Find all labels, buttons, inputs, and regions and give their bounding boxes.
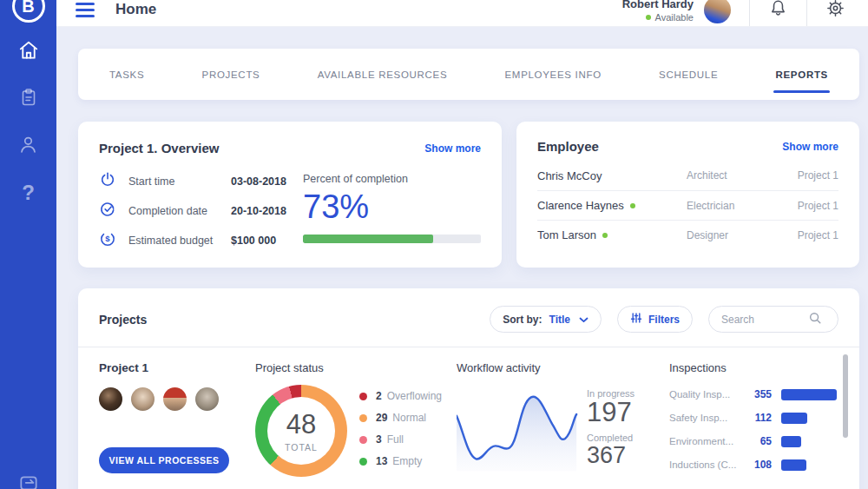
online-dot-icon — [646, 15, 651, 20]
person-icon — [17, 134, 39, 159]
avatar[interactable] — [131, 387, 155, 411]
employee-name: Clarence Haynes — [537, 199, 687, 212]
filters-icon — [630, 312, 642, 327]
employee-row[interactable]: Chris McCoy Architect Project 1 — [537, 161, 838, 190]
workflow-activity-title: Workflow activity — [457, 361, 669, 374]
tab-projects[interactable]: PROJECTS — [202, 69, 260, 80]
user-info: Robert Hardy Available — [622, 0, 694, 23]
workflow-line-chart — [457, 381, 578, 475]
header-divider — [806, 0, 807, 27]
projects-section-title: Projects — [99, 313, 147, 327]
completed-value: 367 — [587, 443, 635, 467]
completion-label: Percent of completion — [303, 173, 481, 185]
overview-row-completion-date: Completion date 20-10-2018 — [99, 201, 303, 221]
employee-row[interactable]: Tom Larson Designer Project 1 — [537, 220, 838, 249]
sort-by-dropdown[interactable]: Sort by: Title — [490, 306, 602, 333]
filters-button[interactable]: Filters — [617, 306, 693, 333]
scrollbar[interactable] — [843, 354, 848, 438]
chevron-down-icon — [579, 314, 589, 326]
filters-label: Filters — [648, 314, 680, 326]
app-logo[interactable]: B — [12, 0, 45, 23]
legend-dot-icon — [359, 458, 367, 466]
inspection-bar — [781, 436, 801, 447]
overview-row-value: 20-10-2018 — [231, 205, 286, 217]
employee-project: Project 1 — [798, 169, 838, 182]
project-status-donut: 48 TOTAL — [255, 385, 347, 477]
tab-employees-info[interactable]: EMPLOYEES INFO — [504, 69, 601, 80]
sidebar-item-help[interactable]: ? — [16, 181, 41, 205]
overview-card-title: Project 1. Overview — [99, 141, 219, 155]
help-icon: ? — [22, 181, 35, 205]
employee-row[interactable]: Clarence Haynes Electrician Project 1 — [537, 190, 838, 220]
project-status-title: Project status — [255, 361, 457, 374]
overview-row-value: 03-08-2018 — [231, 175, 286, 188]
legend-item: 29 Normal — [359, 412, 442, 424]
bell-icon[interactable] — [768, 0, 788, 22]
overview-row-budget: $ Estimated budget $100 000 — [99, 230, 303, 251]
user-status: Available — [622, 12, 694, 23]
page-title: Home — [115, 1, 156, 18]
employee-show-more-link[interactable]: Show more — [782, 141, 838, 153]
completion-progress-fill — [303, 235, 433, 243]
tab-available-resources[interactable]: AVAILABLE RESOURCES — [318, 69, 448, 80]
legend-dot-icon — [359, 393, 367, 400]
inspection-row: Inductions (C... 108 — [669, 459, 838, 471]
sidebar-item-home[interactable] — [16, 40, 41, 64]
user-status-label: Available — [655, 12, 694, 23]
employee-name: Tom Larson — [537, 228, 687, 241]
search-box[interactable] — [708, 306, 838, 333]
search-input[interactable] — [721, 314, 808, 326]
inspection-row: Safety Insp... 112 — [669, 412, 838, 424]
dollar-circle-icon: $ — [99, 230, 116, 251]
gear-icon[interactable] — [825, 0, 845, 22]
sort-by-value: Title — [549, 314, 570, 326]
sidebar-item-logout[interactable] — [17, 473, 40, 489]
user-name: Robert Hardy — [622, 0, 694, 10]
employee-role: Architect — [687, 169, 782, 182]
in-progress-value: 197 — [587, 399, 635, 427]
employee-card: Employee Show more Chris McCoy Architect… — [516, 122, 859, 268]
project-overview-card: Project 1. Overview Show more Start time… — [78, 122, 502, 268]
logo-letter: B — [22, 0, 34, 17]
tab-tasks[interactable]: TASKS — [109, 69, 144, 80]
hamburger-menu-icon[interactable] — [76, 3, 95, 17]
tab-schedule[interactable]: SCHEDULE — [659, 69, 718, 80]
avatar[interactable] — [163, 387, 187, 411]
legend-item: 2 Overflowing — [359, 390, 442, 402]
search-icon[interactable] — [808, 311, 822, 327]
legend-dot-icon — [359, 414, 367, 422]
project-team-avatars — [99, 387, 255, 411]
projects-card: Projects Sort by: Title Filters — [78, 288, 859, 489]
overview-row-label: Completion date — [128, 205, 231, 217]
online-dot-icon — [630, 203, 635, 208]
avatar[interactable] — [99, 387, 122, 411]
overview-show-more-link[interactable]: Show more — [424, 142, 481, 155]
svg-text:$: $ — [105, 234, 110, 243]
header-divider — [749, 0, 750, 27]
top-header: Home Robert Hardy Available — [56, 0, 868, 27]
clipboard-icon — [18, 87, 39, 111]
view-all-processes-button[interactable]: VIEW ALL PROCESSES — [99, 447, 229, 473]
sidebar-item-employees[interactable] — [16, 134, 41, 158]
legend-dot-icon — [359, 436, 367, 444]
online-dot-icon — [602, 233, 608, 238]
legend-item: 13 Empty — [359, 455, 442, 467]
overview-row-label: Estimated budget — [128, 235, 231, 247]
completion-percent: 73% — [303, 188, 481, 226]
inspection-row: Quality Insp... 355 — [669, 388, 838, 400]
avatar[interactable] — [704, 0, 731, 23]
overview-row-label: Start time — [128, 175, 231, 188]
donut-total-label: TOTAL — [285, 442, 318, 453]
home-icon — [17, 39, 40, 65]
tab-reports[interactable]: REPORTS — [775, 69, 828, 80]
inspection-bar — [781, 413, 807, 424]
sort-by-label: Sort by: — [503, 314, 542, 326]
avatar[interactable] — [195, 387, 219, 411]
project-name: Project 1 — [99, 361, 255, 374]
inspection-bar — [781, 389, 837, 400]
legend-item: 3 Full — [359, 433, 442, 446]
employee-card-title: Employee — [537, 139, 599, 154]
completion-progress-bar — [303, 235, 481, 243]
power-icon — [99, 171, 116, 192]
sidebar-item-tasks[interactable] — [16, 87, 41, 111]
